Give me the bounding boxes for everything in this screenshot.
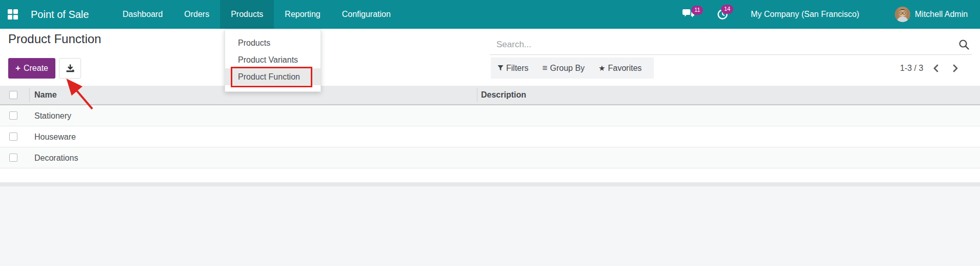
search-bar <box>490 35 972 55</box>
search-input[interactable] <box>490 35 951 54</box>
search-icon[interactable] <box>958 39 971 51</box>
group-by-button[interactable]: ≡ Group By <box>543 63 585 73</box>
group-by-icon: ≡ <box>543 63 548 73</box>
dropdown-item-product-variants[interactable]: Product Variants <box>225 51 321 68</box>
menu-orders[interactable]: Orders <box>173 0 220 29</box>
create-button-label: Create <box>24 64 48 72</box>
avatar-photo <box>895 7 910 22</box>
favorites-star-icon: ★ <box>598 64 605 73</box>
app-name[interactable]: Point of Sale <box>31 0 89 29</box>
column-header-description[interactable]: Description <box>481 86 526 104</box>
column-separator <box>29 88 30 102</box>
row-name-cell[interactable]: Decorations <box>34 147 78 168</box>
pager-previous-icon[interactable] <box>928 61 943 76</box>
company-switcher[interactable]: My Company (San Francisco) <box>751 0 859 29</box>
plus-icon: + <box>15 63 21 73</box>
user-menu[interactable]: Mitchell Admin <box>915 0 968 29</box>
row-checkbox[interactable] <box>9 111 17 120</box>
dropdown-item-product-function[interactable]: Product Function <box>225 68 321 85</box>
row-name-cell[interactable]: Stationery <box>34 105 71 126</box>
export-button[interactable] <box>59 58 81 79</box>
filters-button[interactable]: Filters <box>497 64 529 73</box>
column-separator <box>477 88 477 102</box>
download-icon <box>66 64 75 73</box>
menu-configuration[interactable]: Configuration <box>331 0 402 29</box>
products-dropdown-menu: Products Product Variants Product Functi… <box>225 29 321 92</box>
table-row[interactable]: Decorations <box>0 147 980 168</box>
content-bottom-edge <box>0 182 980 186</box>
row-checkbox[interactable] <box>9 132 17 141</box>
search-options-bar: Filters ≡ Group By ★ Favorites <box>491 58 654 79</box>
menu-reporting[interactable]: Reporting <box>274 0 331 29</box>
apps-grid-icon[interactable] <box>7 9 18 20</box>
user-avatar[interactable] <box>895 7 910 22</box>
create-button[interactable]: +Create <box>8 58 55 79</box>
dropdown-item-products[interactable]: Products <box>225 34 321 51</box>
messages-badge: 11 <box>691 6 703 15</box>
table-row[interactable]: Houseware <box>0 126 980 147</box>
filter-funnel-icon <box>497 65 504 71</box>
select-all-checkbox[interactable] <box>9 91 17 99</box>
favorites-label: Favorites <box>608 64 642 73</box>
activities-button[interactable]: 14 <box>715 0 737 29</box>
pager: 1-3 / 3 <box>900 58 963 79</box>
activities-badge: 14 <box>721 5 733 14</box>
favorites-button[interactable]: ★ Favorites <box>598 64 642 73</box>
main-menu: Dashboard Orders Products Reporting Conf… <box>112 0 402 29</box>
row-name-cell[interactable]: Houseware <box>34 126 76 147</box>
table-header: Name Description <box>0 86 980 105</box>
pager-range[interactable]: 1-3 / 3 <box>900 64 923 73</box>
pager-next-icon[interactable] <box>948 61 963 76</box>
page-background <box>0 186 980 266</box>
group-by-label: Group By <box>550 64 585 73</box>
page-title: Product Function <box>8 32 101 46</box>
filters-label: Filters <box>506 64 529 73</box>
column-header-name[interactable]: Name <box>34 86 57 104</box>
menu-products[interactable]: Products <box>220 0 274 29</box>
odoo-screen: Point of Sale Dashboard Orders Products … <box>0 0 980 266</box>
menu-dashboard[interactable]: Dashboard <box>112 0 173 29</box>
top-navbar: Point of Sale Dashboard Orders Products … <box>0 0 980 29</box>
messages-button[interactable]: 11 <box>680 0 703 29</box>
row-checkbox[interactable] <box>9 154 17 162</box>
table-row[interactable]: Stationery <box>0 105 980 126</box>
